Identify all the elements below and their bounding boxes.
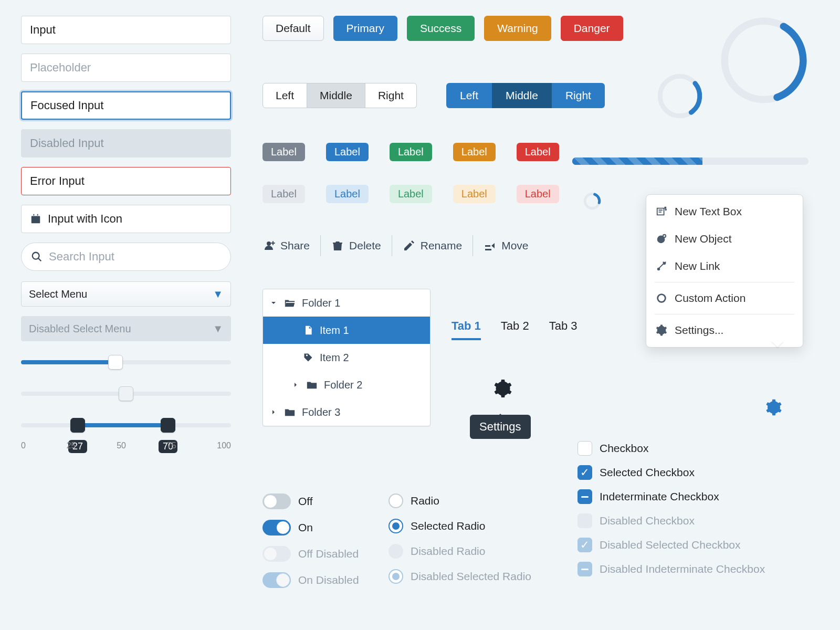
label-blue: Label [326,143,369,161]
popover-new-link[interactable]: New Link [646,253,803,280]
segment-right[interactable]: Right [365,83,417,108]
circle-plus-icon [656,233,667,245]
checkbox-selected[interactable]: ✓Selected Checkbox [578,465,765,480]
label-orange: Label [453,143,496,161]
slider[interactable] [21,352,231,373]
input-with-icon-label: Input with Icon [48,212,122,226]
chevron-right-icon [291,381,300,389]
disabled-label: Disabled Input [30,136,104,150]
text-input-placeholder[interactable]: Placeholder [21,54,231,82]
svg-point-11 [658,295,666,302]
text-input-error[interactable]: Error Input [21,167,231,195]
error-label: Error Input [30,174,85,188]
radio-unselected[interactable]: Radio [388,494,531,508]
toggle-off-disabled: Off Disabled [262,546,359,562]
select-label: Select Menu [29,288,87,300]
toggle-on[interactable]: On [262,520,359,536]
label-green: Label [390,143,432,161]
tab-3[interactable]: Tab 3 [549,319,578,340]
gear-icon[interactable] [494,379,512,398]
file-icon [303,325,313,335]
progress-ring-large [719,16,808,105]
slider-ticks: 0255075100 [21,441,231,450]
warning-button[interactable]: Warning [484,16,551,41]
rename-button[interactable]: Rename [403,239,462,252]
toggle-off[interactable]: Off [262,494,359,509]
radio-disabled: Disabled Radio [388,544,531,559]
svg-point-4 [656,72,704,120]
segment-left[interactable]: Left [446,83,492,108]
placeholder-text: Placeholder [30,61,91,75]
radio-disabled-selected: Disabled Selected Radio [388,569,531,584]
chevron-down-icon [269,299,278,307]
focused-label: Focused Input [30,99,103,112]
search-input[interactable]: Search Input [21,243,231,271]
segment-control-primary[interactable]: Left Middle Right [446,83,605,108]
chevron-down-icon: ▼ [213,288,223,300]
popover-menu[interactable]: New Text Box New Object New Link Custom … [646,194,803,348]
tree-folder-2[interactable]: Folder 2 [263,371,430,398]
search-placeholder: Search Input [49,250,114,264]
tree-item-1[interactable]: Item 1 [263,317,430,344]
progress-bar [572,158,808,165]
slider-disabled [21,383,231,404]
tree-folder-3[interactable]: Folder 3 [263,398,430,426]
pencil-icon [403,239,415,252]
tooltip: Settings [470,415,531,439]
progress-ring-medium [656,72,704,120]
delete-button[interactable]: Delete [331,239,381,252]
folder-icon [284,406,296,418]
svg-point-0 [33,253,39,259]
folder-open-icon [284,297,296,309]
progress-ring-small [583,192,602,211]
segment-middle[interactable]: Middle [492,83,552,108]
text-input-value: Input [30,23,56,37]
label-red: Label [517,143,559,161]
tab-1[interactable]: Tab 1 [452,319,481,340]
range-slider[interactable]: 27 70 0255075100 [21,415,231,457]
chevron-down-icon: ▼ [213,323,223,335]
tabs[interactable]: Tab 1 Tab 2 Tab 3 [452,319,577,340]
tree-item-2[interactable]: Item 2 [263,344,430,371]
text-input-focused[interactable]: Focused Input [21,91,231,120]
checkbox-disabled-selected: ✓Disabled Selected Checkbox [578,538,765,552]
chevron-right-icon [269,408,278,416]
segment-control[interactable]: Left Middle Right [262,83,417,108]
text-input-disabled: Disabled Input [21,129,231,158]
tag-icon [303,352,313,363]
label-light-gray: Label [262,185,305,203]
segment-right[interactable]: Right [552,83,605,108]
circle-outline-icon [656,292,667,304]
danger-button[interactable]: Danger [561,16,623,41]
default-button[interactable]: Default [262,16,324,41]
gear-icon [656,324,667,336]
gear-icon[interactable] [765,399,782,416]
select-menu[interactable]: Select Menu ▼ [21,281,231,307]
label-gray: Label [262,143,305,161]
share-icon [262,239,275,252]
calendar-icon [30,213,41,225]
success-button[interactable]: Success [407,16,475,41]
label-light-blue: Label [326,185,369,203]
popover-settings[interactable]: Settings... [646,317,803,344]
radio-selected[interactable]: Selected Radio [388,519,531,533]
checkbox-disabled-indeterminate: Disabled Indeterminate Checkbox [578,562,765,576]
checkbox-indeterminate[interactable]: Indeterminate Checkbox [578,489,765,504]
select-disabled-label: Disabled Select Menu [29,323,131,335]
tab-2[interactable]: Tab 2 [501,319,529,340]
popover-new-object[interactable]: New Object [646,225,803,253]
segment-middle[interactable]: Middle [307,83,365,108]
popover-new-text-box[interactable]: New Text Box [646,198,803,225]
popover-custom-action[interactable]: Custom Action [646,285,803,312]
move-button[interactable]: Move [484,239,528,252]
segment-left[interactable]: Left [262,83,307,108]
toolbar: Share Delete Rename Move [262,235,529,256]
tree-folder-1[interactable]: Folder 1 [263,289,430,317]
share-button[interactable]: Share [262,239,310,252]
label-light-green: Label [390,185,432,203]
checkbox[interactable]: Checkbox [578,441,765,456]
tree-view[interactable]: Folder 1 Item 1 Item 2 Folder 2 Folder 3 [262,289,430,426]
text-input[interactable]: Input [21,16,231,44]
text-input-with-icon[interactable]: Input with Icon [21,205,231,233]
primary-button[interactable]: Primary [333,16,397,41]
